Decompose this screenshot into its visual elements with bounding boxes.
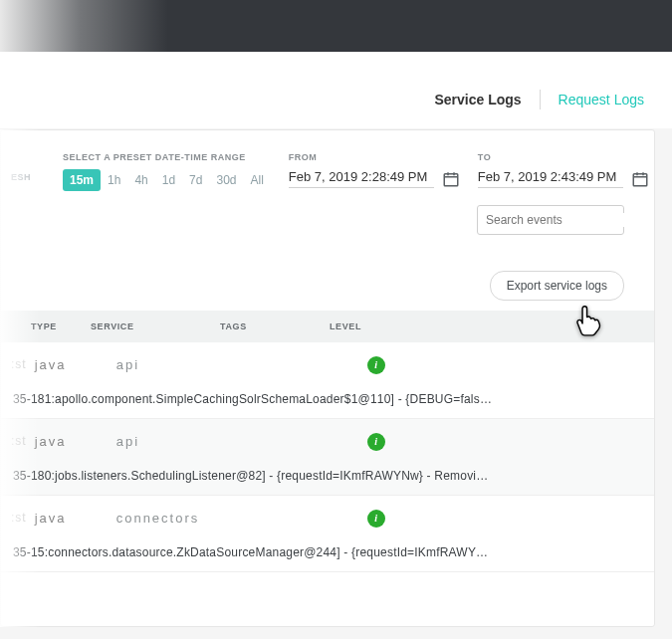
info-level-icon: i xyxy=(367,510,385,528)
type-cell: java xyxy=(27,357,107,372)
refresh-label-partial: ESH xyxy=(11,172,31,182)
to-label: TO xyxy=(478,152,649,162)
info-level-icon: i xyxy=(367,433,385,451)
white-strip xyxy=(0,52,672,71)
preset-15m[interactable]: 15m xyxy=(63,169,101,191)
tabs-area: Service Logs Request Logs xyxy=(0,71,672,128)
service-cell: api xyxy=(107,434,236,449)
type-cell: java xyxy=(27,434,107,449)
from-value: Feb 7, 2019 2:28:49 PM xyxy=(289,169,434,188)
service-cell: api xyxy=(107,357,236,372)
tab-service-logs[interactable]: Service Logs xyxy=(434,92,521,107)
col-tags-header: TAGS xyxy=(210,321,320,331)
from-label: FROM xyxy=(289,152,460,162)
to-value: Feb 7, 2019 2:43:49 PM xyxy=(478,169,623,188)
search-input[interactable] xyxy=(486,213,635,227)
to-input[interactable]: Feb 7, 2019 2:43:49 PM xyxy=(478,169,649,188)
tab-divider xyxy=(540,90,541,109)
log-detail: 35-180:jobs.listeners.SchedulingListener… xyxy=(1,463,654,495)
logs-table: TYPE SERVICE TAGS LEVEL :st java api i 3… xyxy=(1,311,654,572)
level-cell: i xyxy=(345,431,445,451)
svg-rect-1 xyxy=(633,173,647,185)
preset-4h[interactable]: 4h xyxy=(127,169,154,191)
st-cell: :st xyxy=(1,434,27,448)
calendar-icon[interactable] xyxy=(631,170,649,188)
main-panel: ESH SELECT A PRESET DATE-TIME RANGE 15m … xyxy=(0,129,655,627)
preset-col: SELECT A PRESET DATE-TIME RANGE 15m 1h 4… xyxy=(63,152,271,191)
log-detail: 35-15:connectors.datasource.ZkDataSource… xyxy=(1,539,654,571)
service-cell: connectors xyxy=(107,511,236,526)
calendar-icon[interactable] xyxy=(442,170,460,188)
preset-all[interactable]: All xyxy=(244,169,271,191)
col-service-header: SERVICE xyxy=(81,321,210,331)
preset-1h[interactable]: 1h xyxy=(101,169,127,191)
tab-request-logs[interactable]: Request Logs xyxy=(559,92,644,107)
from-input[interactable]: Feb 7, 2019 2:28:49 PM xyxy=(289,169,460,188)
filters-row: SELECT A PRESET DATE-TIME RANGE 15m 1h 4… xyxy=(1,130,654,191)
st-cell: :st xyxy=(1,357,27,371)
preset-7d[interactable]: 7d xyxy=(182,169,209,191)
preset-label: SELECT A PRESET DATE-TIME RANGE xyxy=(63,152,271,162)
presets: 15m 1h 4h 1d 7d 30d All xyxy=(63,169,271,191)
preset-1d[interactable]: 1d xyxy=(155,169,182,191)
to-col: TO Feb 7, 2019 2:43:49 PM xyxy=(478,152,649,188)
header-bar xyxy=(0,0,672,52)
level-cell: i xyxy=(345,354,445,374)
table-row[interactable]: :st java connectors i 35-15:connectors.d… xyxy=(1,496,654,572)
st-cell: :st xyxy=(1,511,27,525)
col-type-header: TYPE xyxy=(1,321,81,331)
from-col: FROM Feb 7, 2019 2:28:49 PM xyxy=(289,152,460,188)
table-row[interactable]: :st java api i 35-180:jobs.listeners.Sch… xyxy=(1,419,654,496)
info-level-icon: i xyxy=(367,356,385,374)
table-row[interactable]: :st java api i 35-181:apollo.component.S… xyxy=(1,342,654,419)
preset-30d[interactable]: 30d xyxy=(209,169,243,191)
export-service-logs-button[interactable]: Export service logs xyxy=(490,271,624,301)
col-level-header: LEVEL xyxy=(320,321,419,331)
search-row xyxy=(1,191,654,235)
search-box[interactable] xyxy=(477,205,624,235)
table-header: TYPE SERVICE TAGS LEVEL xyxy=(1,311,654,342)
log-detail: 35-181:apollo.component.SimpleCachingSol… xyxy=(1,386,654,418)
type-cell: java xyxy=(27,511,107,526)
export-row: Export service logs xyxy=(1,235,654,301)
svg-rect-0 xyxy=(444,173,458,185)
level-cell: i xyxy=(345,508,445,528)
